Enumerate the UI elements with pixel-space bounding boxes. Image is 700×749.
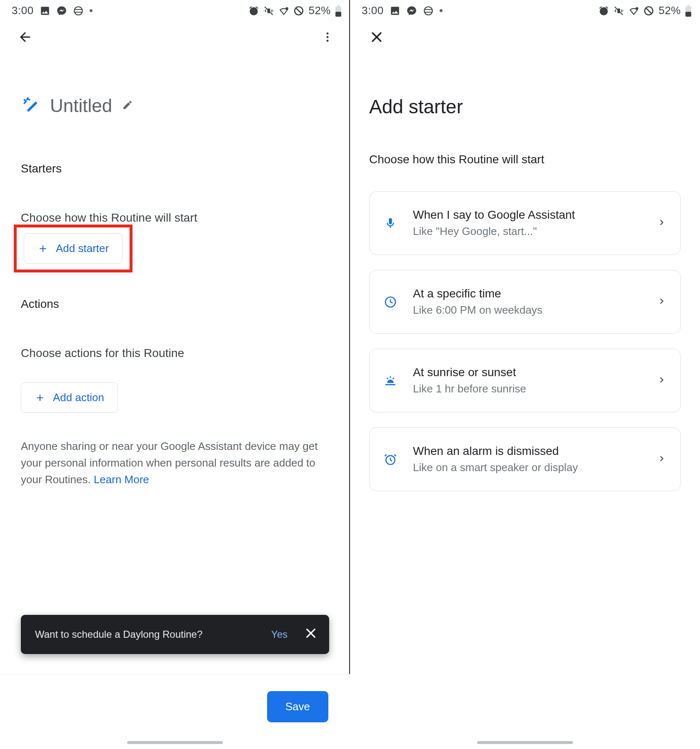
add-starter-button[interactable]: Add starter (24, 233, 122, 264)
svg-point-13 (424, 7, 432, 15)
svg-point-15 (636, 7, 639, 10)
card-title: When an alarm is dismissed (413, 444, 642, 458)
chevron-right-icon (656, 453, 667, 464)
alarm-icon (248, 5, 259, 16)
starter-card-alarm[interactable]: When an alarm is dismissed Like on a sma… (369, 427, 681, 491)
battery-percent: 52% (658, 4, 681, 17)
actions-subtext: Choose actions for this Routine (21, 347, 329, 360)
battery-percent: 52% (308, 4, 331, 17)
page-subtext: Choose how this Routine will start (369, 153, 681, 166)
page-title: Add starter (369, 95, 681, 118)
learn-more-link[interactable]: Learn More (94, 473, 149, 486)
battery-icon (335, 5, 342, 17)
routine-title-row: Untitled (21, 95, 329, 116)
status-bar: 3:00 52% (350, 0, 700, 20)
highlight-box: Add starter (14, 225, 132, 272)
status-bar: 3:00 52% (0, 0, 350, 20)
battery-icon (685, 5, 692, 17)
mic-icon (384, 217, 397, 230)
starters-subtext: Choose how this Routine will start (21, 211, 329, 225)
close-icon (304, 627, 318, 640)
svg-rect-7 (335, 12, 341, 17)
card-title: At sunrise or sunset (413, 366, 642, 379)
do-not-disturb-icon (643, 5, 654, 16)
more-vert-icon (321, 31, 334, 43)
svg-line-17 (646, 8, 652, 13)
wand-icon (21, 95, 42, 116)
snackbar: Want to schedule a Daylong Routine? Yes (21, 615, 329, 654)
status-dot (440, 9, 442, 12)
image-icon (390, 5, 400, 16)
do-not-disturb-icon (293, 5, 304, 16)
chevron-right-icon (656, 374, 667, 385)
clock-icon (384, 295, 397, 309)
snackbar-yes-button[interactable]: Yes (271, 629, 288, 640)
bottom-bar: Save (0, 674, 350, 749)
svg-rect-6 (338, 5, 340, 7)
card-sub: Like on a smart speaker or display (413, 461, 642, 474)
card-sub: Like 1 hr before sunrise (413, 382, 642, 395)
actions-heading: Actions (21, 297, 329, 311)
alarm-clock-icon (384, 453, 397, 466)
pencil-icon (122, 100, 133, 110)
disclaimer-text: Anyone sharing or near your Google Assis… (21, 438, 329, 488)
sports-icon (73, 5, 84, 16)
vibrate-icon (613, 5, 624, 16)
svg-rect-19 (688, 5, 690, 7)
snackbar-close-button[interactable] (304, 627, 318, 642)
close-button[interactable] (367, 27, 387, 47)
right-screen: 3:00 52% Add starter Choos (350, 0, 700, 749)
add-action-button[interactable]: Add action (21, 382, 118, 413)
wifi-icon (628, 5, 639, 16)
save-button[interactable]: Save (267, 691, 328, 722)
close-icon (370, 30, 384, 44)
snackbar-text: Want to schedule a Daylong Routine? (35, 629, 202, 640)
image-icon (40, 5, 50, 16)
app-bar-right (350, 20, 700, 50)
svg-point-0 (74, 7, 82, 15)
nav-pill[interactable] (477, 741, 573, 744)
routine-title: Untitled (50, 95, 112, 116)
svg-point-9 (327, 36, 329, 38)
status-dot (90, 9, 92, 12)
messenger-icon (406, 5, 417, 16)
chevron-right-icon (656, 296, 667, 307)
card-sub: Like 6:00 PM on weekdays (413, 304, 642, 317)
more-menu-button[interactable] (318, 27, 338, 47)
back-button[interactable] (15, 27, 35, 47)
wifi-icon (278, 5, 289, 16)
plus-icon (35, 392, 45, 403)
starter-card-voice[interactable]: When I say to Google Assistant Like "Hey… (369, 191, 681, 255)
sunrise-icon (384, 374, 397, 387)
starters-heading: Starters (21, 162, 329, 175)
chevron-right-icon (656, 217, 667, 228)
svg-point-8 (327, 32, 329, 35)
arrow-back-icon (18, 30, 32, 45)
alarm-icon (598, 5, 609, 16)
add-action-label: Add action (53, 391, 104, 404)
svg-line-4 (296, 8, 302, 13)
sports-icon (423, 5, 434, 16)
card-title: At a specific time (413, 287, 642, 300)
messenger-icon (56, 5, 67, 16)
plus-icon (38, 243, 48, 254)
card-sub: Like "Hey Google, start..." (413, 225, 642, 238)
edit-title-button[interactable] (122, 100, 133, 112)
status-time: 3:00 (12, 4, 34, 17)
svg-point-10 (327, 40, 329, 42)
app-bar-left (0, 20, 350, 50)
nav-pill[interactable] (127, 741, 223, 744)
starter-card-sun[interactable]: At sunrise or sunset Like 1 hr before su… (369, 349, 681, 412)
card-title: When I say to Google Assistant (413, 208, 642, 222)
starter-card-time[interactable]: At a specific time Like 6:00 PM on weekd… (369, 270, 681, 334)
svg-rect-20 (685, 12, 691, 17)
left-screen: 3:00 52% (0, 0, 350, 749)
add-starter-label: Add starter (56, 242, 109, 255)
status-time: 3:00 (362, 4, 384, 17)
svg-point-2 (286, 7, 289, 10)
vibrate-icon (263, 5, 274, 16)
